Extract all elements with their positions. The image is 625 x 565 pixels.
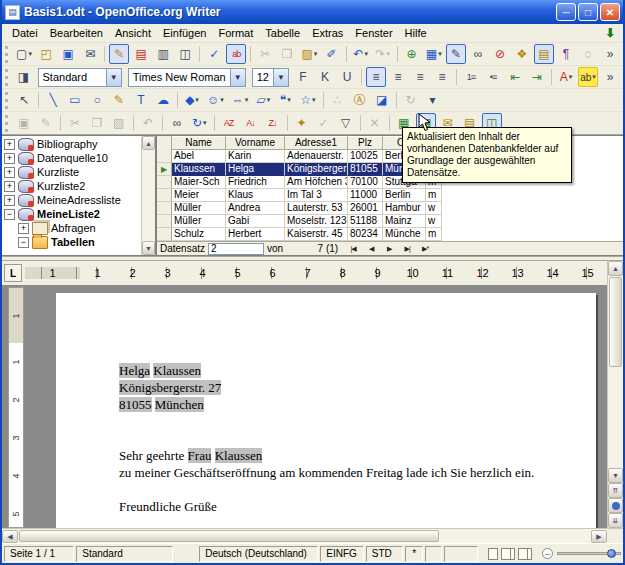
- expander-icon[interactable]: +: [4, 167, 15, 178]
- refresh-icon[interactable]: ↻: [189, 113, 210, 133]
- row-marker[interactable]: [157, 228, 172, 241]
- nonprinting-characters-icon[interactable]: ¶: [556, 44, 576, 64]
- scroll-left-icon[interactable]: ◀: [2, 530, 18, 543]
- selection-mode-indicator[interactable]: STD: [366, 546, 403, 562]
- expander-icon[interactable]: +: [4, 181, 15, 192]
- menu-item[interactable]: Hilfe: [399, 26, 433, 40]
- scrollbar-track[interactable]: [142, 150, 155, 241]
- cell-ort[interactable]: Berlin: [383, 189, 426, 202]
- cell-ort[interactable]: Hambur: [383, 202, 426, 215]
- spellcheck-icon[interactable]: ✓: [204, 44, 224, 64]
- rotate-icon[interactable]: ↻: [401, 90, 421, 110]
- separator-icon[interactable]: [60, 115, 61, 131]
- menu-item[interactable]: Ansicht: [109, 26, 157, 40]
- new-record-button[interactable]: ▶*: [417, 243, 433, 255]
- row-marker[interactable]: [157, 215, 172, 228]
- book-view-icon[interactable]: [518, 548, 528, 560]
- separator-icon[interactable]: [346, 46, 347, 62]
- expander-icon[interactable]: −: [18, 237, 29, 248]
- select-icon[interactable]: ↖: [14, 90, 34, 110]
- table-row[interactable]: Meier Klaus Im Tal 3 11000 Berlin m: [157, 189, 623, 202]
- edit-data-icon[interactable]: ✎: [36, 113, 56, 133]
- previous-page-icon[interactable]: ⇈: [608, 483, 623, 498]
- from-file-icon[interactable]: ◪: [372, 90, 392, 110]
- redo-icon[interactable]: ↷: [373, 44, 393, 64]
- block-arrows-icon[interactable]: ⇔: [229, 90, 252, 110]
- column-header[interactable]: Name: [172, 136, 226, 150]
- close-button[interactable]: ✕: [600, 3, 620, 21]
- rectangle-icon[interactable]: ▭: [65, 90, 85, 110]
- cut-icon[interactable]: ✂: [65, 113, 85, 133]
- autofilter-icon[interactable]: ✦: [292, 113, 312, 133]
- scroll-up-icon[interactable]: ▲: [142, 136, 155, 150]
- find-replace-icon[interactable]: ∞: [468, 44, 488, 64]
- navigator-icon[interactable]: ⊘: [490, 44, 510, 64]
- separator-icon[interactable]: [133, 115, 134, 131]
- vertical-ruler[interactable]: 112345: [2, 285, 28, 528]
- zoom-out-icon[interactable]: −: [542, 548, 553, 559]
- scrollbar-thumb[interactable]: [19, 530, 439, 542]
- sort-icon[interactable]: AZ: [219, 113, 239, 133]
- zoom-slider-knob[interactable]: [607, 549, 616, 558]
- standard-filter-icon[interactable]: ▽: [336, 113, 356, 133]
- undo-icon[interactable]: ↶: [138, 113, 158, 133]
- flowchart-icon[interactable]: ▱: [253, 90, 273, 110]
- cell-name[interactable]: Abel: [172, 150, 226, 163]
- text-box-icon[interactable]: T: [131, 90, 151, 110]
- multi-page-view-icon[interactable]: [501, 548, 511, 560]
- zoom-icon[interactable]: ◌: [578, 44, 598, 64]
- tree-item[interactable]: − Tabellen: [2, 235, 141, 249]
- separator-icon[interactable]: [396, 92, 397, 108]
- scroll-right-icon[interactable]: ▶: [591, 530, 607, 543]
- paste-icon[interactable]: ▨: [299, 44, 319, 64]
- menu-item[interactable]: Bearbeiten: [44, 26, 109, 40]
- horizontal-scrollbar[interactable]: ◀ ▶: [2, 528, 623, 543]
- cell-adresse1[interactable]: Im Tal 3: [285, 189, 348, 202]
- expander-icon[interactable]: +: [4, 139, 15, 150]
- language-indicator[interactable]: Deutsch (Deutschland): [199, 546, 318, 562]
- tree-item[interactable]: + MeineAdressliste: [2, 193, 141, 207]
- tree-item[interactable]: + Abfragen: [2, 221, 141, 235]
- cell-vorname[interactable]: Helga: [226, 163, 285, 176]
- explorer-scrollbar[interactable]: ▲ ▼: [141, 136, 155, 255]
- copy-icon[interactable]: ❐: [87, 113, 107, 133]
- row-marker[interactable]: [157, 150, 172, 163]
- cell-geschlecht[interactable]: w: [426, 215, 442, 228]
- cell-geschlecht[interactable]: m: [426, 228, 442, 241]
- align-left-icon[interactable]: ≡: [366, 67, 386, 87]
- cell-adresse1[interactable]: Kaiserstr. 45: [285, 228, 348, 241]
- row-marker[interactable]: [157, 189, 172, 202]
- toolbar-overflow-icon[interactable]: ▾: [423, 90, 443, 110]
- tab-stop-selector[interactable]: L: [4, 264, 22, 282]
- paragraph-style-combo[interactable]: Standard ▼: [38, 68, 122, 87]
- cell-plz[interactable]: 26001: [348, 202, 383, 215]
- cell-vorname[interactable]: Klaus: [226, 189, 285, 202]
- menu-item[interactable]: Extras: [306, 26, 349, 40]
- separator-icon[interactable]: [177, 92, 178, 108]
- line-icon[interactable]: ╲: [43, 90, 63, 110]
- italic-icon[interactable]: K: [315, 67, 335, 87]
- separator-icon[interactable]: [214, 115, 215, 131]
- cell-plz[interactable]: 11000: [348, 189, 383, 202]
- separator-icon[interactable]: [162, 115, 163, 131]
- styles-window-icon[interactable]: ◨: [14, 67, 34, 87]
- last-record-button[interactable]: ▶|: [399, 243, 415, 255]
- insert-table-icon[interactable]: ▦: [424, 44, 444, 64]
- sort-ascending-icon[interactable]: A↓: [241, 113, 261, 133]
- column-header[interactable]: Vorname: [226, 136, 285, 150]
- page-preview-icon[interactable]: ◫: [175, 44, 195, 64]
- remove-filter-icon[interactable]: ✕: [365, 113, 385, 133]
- scroll-up-icon[interactable]: ▲: [608, 261, 623, 276]
- apply-filter-icon[interactable]: ✓: [314, 113, 334, 133]
- row-marker[interactable]: [157, 176, 172, 189]
- justify-icon[interactable]: ≡: [432, 67, 452, 87]
- title-bar[interactable]: ▤ Basis1.odt - OpenOffice.org Writer ─ □…: [2, 0, 623, 24]
- decrease-indent-icon[interactable]: ⇤: [505, 67, 525, 87]
- font-color-icon[interactable]: A: [556, 67, 576, 87]
- email-icon[interactable]: ✉: [80, 44, 100, 64]
- paste-icon[interactable]: ▨: [109, 113, 129, 133]
- document-page[interactable]: Helga Klaussen Königsbergerstr. 27 81055…: [56, 293, 596, 528]
- find-record-icon[interactable]: ∞: [167, 113, 187, 133]
- copy-icon[interactable]: ❐: [277, 44, 297, 64]
- align-right-icon[interactable]: ≡: [410, 67, 430, 87]
